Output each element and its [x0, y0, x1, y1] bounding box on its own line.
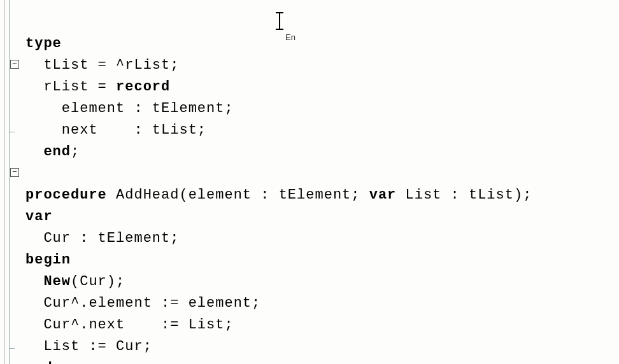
code-line: List := Cur; [25, 339, 152, 354]
keyword-end: end [25, 360, 53, 364]
keyword-var-param: var [369, 187, 397, 203]
keyword-record: record [116, 79, 170, 95]
code-line-part: (Cur); [71, 274, 125, 290]
fold-toggle-procedure[interactable]: − [10, 168, 19, 177]
code-line: Cur^.element := element; [25, 295, 260, 311]
code-editor[interactable]: − − type tList = ^rList; rList = record … [0, 0, 619, 364]
fold-gutter: − − [0, 0, 22, 364]
code-line: Cur^.next := List; [25, 317, 234, 333]
code-line-part: AddHead(element : tElement; [107, 187, 369, 203]
code-line-part: ; [71, 144, 80, 160]
code-line: tList = ^rList; [25, 57, 179, 73]
code-line-part: rList = [25, 79, 116, 95]
keyword-var: var [25, 209, 53, 225]
fold-end-tick [9, 348, 15, 349]
fold-end-tick [9, 132, 15, 132]
gutter-line [4, 0, 4, 364]
input-language-indicator: En [285, 27, 295, 48]
code-line-part: List : tList); [396, 187, 532, 203]
gutter-line-2 [9, 0, 10, 364]
keyword-begin: begin [25, 252, 71, 268]
keyword-new: New [43, 274, 71, 290]
code-area[interactable]: type tList = ^rList; rList = record elem… [25, 11, 532, 364]
code-line-part [25, 274, 43, 290]
ibeam-icon [274, 11, 285, 31]
keyword-end: end [43, 144, 71, 160]
keyword-procedure: procedure [25, 187, 107, 203]
code-line: Cur : tElement; [25, 230, 179, 246]
keyword-type: type [25, 36, 62, 52]
code-line-part: ; [53, 360, 62, 364]
text-cursor [274, 11, 285, 37]
code-line: next : tList; [25, 122, 206, 138]
code-line: element : tElement; [25, 101, 234, 116]
fold-toggle-record[interactable]: − [10, 60, 19, 69]
